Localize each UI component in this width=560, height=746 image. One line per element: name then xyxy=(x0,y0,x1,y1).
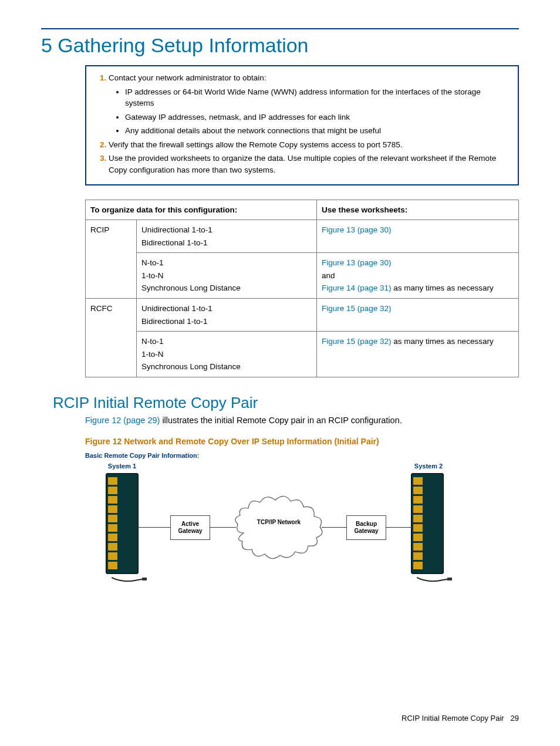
instruction-1-bullet: Any additional details about the network… xyxy=(125,125,511,137)
cell-config-type: 1-to-N xyxy=(141,271,164,280)
svg-rect-1 xyxy=(447,578,452,580)
diagram-subcaption: Basic Remote Copy Pair Information: xyxy=(85,452,519,459)
system-2-rack-icon xyxy=(411,473,443,579)
instruction-item-2: Verify that the firewall settings allow … xyxy=(109,139,511,151)
figure-caption: Figure 12 Network and Remote Copy Over I… xyxy=(85,437,519,446)
system-2-label: System 2 xyxy=(405,463,452,470)
figure-link[interactable]: Figure 13 (page 30) xyxy=(322,225,392,234)
cell-protocol: RCIP xyxy=(86,220,137,299)
connection-line xyxy=(385,527,411,528)
section-body-text: illustrates the initial Remote Copy pair… xyxy=(160,416,402,425)
figure-link[interactable]: Figure 15 (page 32) xyxy=(322,304,392,313)
active-gateway-label: Active Gateway xyxy=(171,521,210,535)
cloud-icon xyxy=(232,492,326,562)
system-1-label: System 1 xyxy=(99,463,146,470)
figure-link[interactable]: Figure 12 (page 29) xyxy=(85,416,160,425)
cloud-label: TCP/IP Network xyxy=(252,519,305,526)
section-body: Figure 12 (page 29) illustrates the init… xyxy=(85,414,519,426)
cell-config-type: N-to-1 xyxy=(141,337,164,346)
cell-config-type: Unidirectional 1-to-1 xyxy=(141,225,212,234)
cell-config-type: Bidirectional 1-to-1 xyxy=(141,317,208,326)
system-1-rack-icon xyxy=(106,473,137,579)
page-footer: RCIP Initial Remote Copy Pair 29 xyxy=(402,714,519,723)
table-row: RCFC Unidirectional 1-to-1 Bidirectional… xyxy=(86,299,519,332)
footer-section: RCIP Initial Remote Copy Pair xyxy=(402,714,504,723)
cell-config-type: 1-to-N xyxy=(141,350,164,359)
top-rule xyxy=(41,28,519,29)
table-row: RCIP Unidirectional 1-to-1 Bidirectional… xyxy=(86,220,519,253)
figure-link[interactable]: Figure 13 (page 30) xyxy=(322,258,392,267)
cell-config-type: Unidirectional 1-to-1 xyxy=(141,304,212,313)
backup-gateway-label: Backup Gateway xyxy=(347,521,386,535)
network-diagram: System 1 System 2 xyxy=(94,463,458,592)
cell-config-type: Synchronous Long Distance xyxy=(141,362,241,371)
instruction-item-1: Contact your network administrator to ob… xyxy=(109,72,511,137)
figure-link[interactable]: Figure 14 (page 31) xyxy=(322,283,392,292)
instruction-item-3: Use the provided worksheets to organize … xyxy=(109,153,511,175)
svg-rect-0 xyxy=(142,578,147,580)
connection-line xyxy=(137,527,170,528)
figure-link[interactable]: Figure 15 (page 32) xyxy=(322,337,392,346)
backup-gateway-box: Backup Gateway xyxy=(346,515,386,540)
page-title: 5 Gathering Setup Information xyxy=(41,34,519,57)
instructions-box: Contact your network administrator to ob… xyxy=(85,65,519,185)
cell-protocol: RCFC xyxy=(86,299,137,377)
cell-text: as many times as necessary xyxy=(392,283,494,292)
instruction-1-bullet: IP addresses or 64-bit World Wide Name (… xyxy=(125,86,511,109)
table-row: N-to-1 1-to-N Synchronous Long Distance … xyxy=(86,253,519,299)
active-gateway-box: Active Gateway xyxy=(170,515,210,540)
worksheet-table: To organize data for this configuration:… xyxy=(85,200,519,378)
table-row: N-to-1 1-to-N Synchronous Long Distance … xyxy=(86,332,519,377)
instruction-1-bullet: Gateway IP addresses, netmask, and IP ad… xyxy=(125,112,511,123)
cell-text: and xyxy=(322,271,335,280)
cell-config-type: Bidirectional 1-to-1 xyxy=(141,238,208,247)
table-header-worksheets: Use these worksheets: xyxy=(317,200,519,220)
instruction-1-lead: Contact your network administrator to ob… xyxy=(109,73,266,82)
cell-text: as many times as necessary xyxy=(392,337,494,346)
section-title: RCIP Initial Remote Copy Pair xyxy=(53,394,519,412)
footer-page-number: 29 xyxy=(511,714,519,723)
cell-config-type: Synchronous Long Distance xyxy=(141,283,241,292)
table-header-config: To organize data for this configuration: xyxy=(86,200,317,220)
cell-config-type: N-to-1 xyxy=(141,258,164,267)
